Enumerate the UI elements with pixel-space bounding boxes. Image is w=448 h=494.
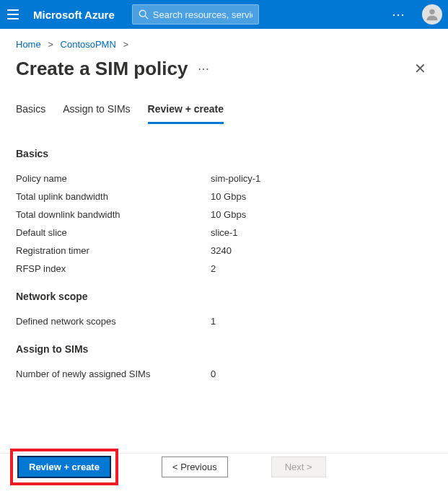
more-icon[interactable]: ⋯ (387, 6, 410, 22)
kv-value: sim-policy-1 (211, 173, 432, 184)
tabs: Basics Assign to SIMs Review + create (0, 97, 448, 125)
kv-row: Number of newly assigned SIMs0 (16, 365, 432, 383)
previous-button[interactable]: < Previous (162, 456, 228, 477)
kv-key: Policy name (16, 173, 211, 184)
kv-key: Defined network scopes (16, 316, 211, 327)
menu-icon[interactable] (6, 6, 23, 23)
page-title: Create a SIM policy (16, 58, 188, 80)
section-head-network: Network scope (16, 291, 432, 302)
section-head-assign: Assign to SIMs (16, 343, 432, 355)
footer: Review + create < Previous Next > (0, 449, 448, 485)
chevron-right-icon: > (123, 39, 128, 50)
search-input-container[interactable] (132, 4, 259, 25)
kv-value: 10 Gbps (211, 209, 432, 220)
kv-value: 1 (211, 316, 432, 327)
kv-value: 2 (211, 263, 432, 274)
kv-key: RFSP index (16, 263, 211, 274)
kv-key: Total downlink bandwidth (16, 209, 211, 220)
search-icon (139, 9, 149, 19)
tab-assign[interactable]: Assign to SIMs (63, 97, 130, 124)
kv-key: Total uplink bandwidth (16, 191, 211, 202)
svg-point-0 (139, 10, 146, 17)
review-content: Basics Policy namesim-policy-1 Total upl… (0, 125, 448, 383)
svg-point-2 (429, 9, 434, 14)
kv-value: 3240 (211, 245, 432, 256)
kv-row: Default sliceslice-1 (16, 224, 432, 242)
kv-row: Policy namesim-policy-1 (16, 169, 432, 188)
section-head-basics: Basics (16, 148, 432, 159)
title-more-icon[interactable]: ⋯ (198, 62, 211, 76)
kv-key: Number of newly assigned SIMs (16, 369, 211, 379)
chevron-right-icon: > (48, 39, 53, 50)
kv-key: Registration timer (16, 245, 211, 256)
kv-row: RFSP index2 (16, 260, 432, 278)
kv-row: Total uplink bandwidth10 Gbps (16, 188, 432, 206)
kv-row: Total downlink bandwidth10 Gbps (16, 206, 432, 224)
kv-value: 10 Gbps (211, 191, 432, 202)
review-create-button[interactable]: Review + create (17, 456, 111, 478)
kv-row: Registration timer3240 (16, 242, 432, 260)
search-input[interactable] (153, 9, 252, 20)
kv-row: Defined network scopes1 (16, 312, 432, 330)
breadcrumb: Home > ContosoPMN > (0, 29, 448, 54)
top-bar: Microsoft Azure ⋯ (0, 0, 448, 29)
close-icon[interactable]: ✕ (408, 57, 432, 80)
breadcrumb-home[interactable]: Home (16, 39, 41, 50)
title-row: Create a SIM policy ⋯ ✕ (0, 54, 448, 97)
breadcrumb-item[interactable]: ContosoPMN (61, 39, 116, 50)
kv-value: 0 (211, 369, 432, 379)
next-button: Next > (271, 456, 326, 477)
tab-review-create[interactable]: Review + create (148, 97, 224, 124)
kv-key: Default slice (16, 227, 211, 238)
tab-basics[interactable]: Basics (16, 97, 45, 124)
highlight-box: Review + create (10, 449, 118, 485)
svg-line-1 (145, 16, 148, 19)
avatar[interactable] (422, 4, 442, 25)
kv-value: slice-1 (211, 227, 432, 238)
brand-label[interactable]: Microsoft Azure (33, 9, 115, 21)
